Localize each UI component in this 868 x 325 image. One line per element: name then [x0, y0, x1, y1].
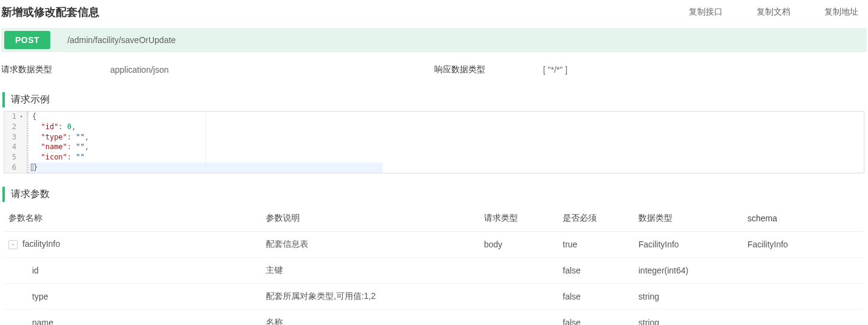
code-line: "id": 0,	[28, 122, 205, 132]
cell-required: false	[558, 309, 634, 325]
col-required: 是否必须	[558, 206, 634, 232]
table-row: id主键falseinteger(int64)	[4, 257, 864, 283]
cell-required: false	[558, 257, 634, 283]
section-example-title: 请求示例	[2, 92, 868, 107]
table-row: -facilityInfo配套信息表bodytrueFacilityInfoFa…	[4, 231, 864, 257]
collapse-icon[interactable]: -	[8, 240, 18, 249]
copy-url-link[interactable]: 复制地址	[824, 7, 858, 18]
code-gutter: 1▾ 2 3 4 5 6	[4, 112, 27, 173]
cell-required: true	[558, 231, 634, 257]
cell-dtype: string	[634, 309, 743, 325]
cell-name: type	[4, 283, 261, 309]
cell-reqtype	[479, 283, 558, 309]
header-actions: 复制接口 复制文档 复制地址	[689, 7, 864, 18]
param-name: facilityInfo	[22, 239, 60, 249]
cell-desc: 主键	[261, 257, 479, 283]
gutter-line: 2	[4, 122, 27, 132]
col-reqtype: 请求类型	[479, 206, 558, 232]
cell-desc: 配套信息表	[261, 231, 479, 257]
cell-dtype: FacilityInfo	[634, 231, 743, 257]
response-type-cell: 响应数据类型 [ "*/*" ]	[434, 64, 867, 75]
cell-reqtype	[479, 309, 558, 325]
cell-dtype: string	[634, 283, 743, 309]
cell-schema	[743, 257, 864, 283]
col-name: 参数名称	[4, 206, 261, 232]
endpoint-bar: POST /admin/facility/saveOrUpdate	[1, 28, 867, 52]
param-name: id	[32, 266, 39, 275]
gutter-line: 1▾	[4, 112, 27, 122]
copy-api-link[interactable]: 复制接口	[689, 7, 723, 18]
code-line: "name": "",	[28, 142, 205, 152]
section-params-title: 请求参数	[2, 187, 868, 202]
request-type-value: application/json	[110, 65, 169, 75]
request-type-cell: 请求数据类型 application/json	[1, 64, 434, 75]
cell-name: id	[4, 257, 261, 283]
cell-desc: 配套所属对象类型,可用值:1,2	[261, 283, 479, 309]
cell-reqtype	[479, 257, 558, 283]
table-row: type配套所属对象类型,可用值:1,2falsestring	[4, 283, 864, 309]
meta-row: 请求数据类型 application/json 响应数据类型 [ "*/*" ]	[0, 59, 868, 86]
response-type-label: 响应数据类型	[434, 64, 543, 75]
cell-schema	[743, 283, 864, 309]
code-line: "type": "",	[28, 132, 205, 142]
gutter-line: 4	[4, 142, 27, 152]
cell-name: name	[4, 309, 261, 325]
code-line-active: }	[28, 162, 205, 173]
col-dtype: 数据类型	[634, 206, 743, 232]
page-title: 新增或修改配套信息	[1, 5, 99, 19]
param-name: type	[32, 292, 48, 301]
gutter-line: 5	[4, 152, 27, 162]
col-desc: 参数说明	[261, 206, 479, 232]
cell-schema: FacilityInfo	[743, 231, 864, 257]
cell-reqtype: body	[479, 231, 558, 257]
request-type-label: 请求数据类型	[1, 64, 110, 75]
params-table: 参数名称 参数说明 请求类型 是否必须 数据类型 schema -facilit…	[4, 206, 864, 325]
method-badge: POST	[4, 31, 50, 49]
copy-doc-link[interactable]: 复制文档	[757, 7, 790, 18]
code-line: "icon": ""	[28, 152, 205, 162]
code-editor[interactable]: 1▾ 2 3 4 5 6 { "id": 0, "type": "", "nam…	[4, 111, 864, 173]
gutter-line: 3	[4, 132, 27, 142]
param-name: name	[32, 318, 53, 325]
code-line: {	[28, 112, 205, 122]
table-header-row: 参数名称 参数说明 请求类型 是否必须 数据类型 schema	[4, 206, 864, 232]
gutter-line: 6	[4, 162, 27, 173]
endpoint-path: /admin/facility/saveOrUpdate	[67, 35, 176, 45]
cell-required: false	[558, 283, 634, 309]
table-row: name名称falsestring	[4, 309, 864, 325]
response-type-value: [ "*/*" ]	[543, 65, 568, 75]
code-blank-pane	[206, 112, 383, 173]
fold-icon[interactable]: ▾	[18, 113, 23, 121]
code-body[interactable]: { "id": 0, "type": "", "name": "", "icon…	[27, 112, 206, 173]
cell-desc: 名称	[261, 309, 479, 325]
cell-dtype: integer(int64)	[634, 257, 743, 283]
page-header: 新增或修改配套信息 复制接口 复制文档 复制地址	[0, 0, 868, 28]
cell-schema	[743, 309, 864, 325]
cell-name: -facilityInfo	[4, 231, 261, 257]
col-schema: schema	[743, 206, 864, 232]
